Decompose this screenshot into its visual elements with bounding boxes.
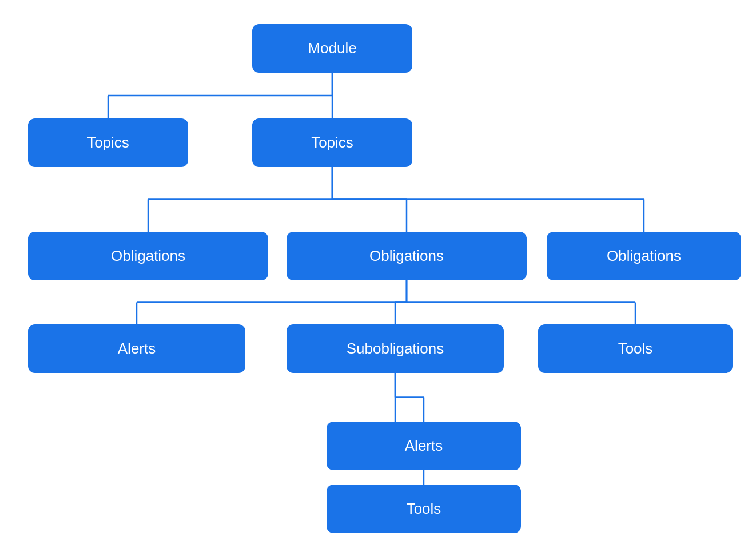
node-obligations3[interactable]: Obligations (547, 232, 741, 280)
node-topics2[interactable]: Topics (252, 118, 412, 167)
node-tools1[interactable]: Tools (538, 324, 733, 373)
node-obligations2[interactable]: Obligations (287, 232, 527, 280)
node-tools2[interactable]: Tools (327, 485, 521, 533)
node-alerts1[interactable]: Alerts (28, 324, 245, 373)
node-alerts2[interactable]: Alerts (327, 422, 521, 470)
node-module[interactable]: Module (252, 24, 412, 73)
node-obligations1[interactable]: Obligations (28, 232, 268, 280)
node-topics1[interactable]: Topics (28, 118, 188, 167)
node-subobligations[interactable]: Subobligations (287, 324, 504, 373)
tree-diagram: ModuleTopicsTopicsObligationsObligations… (12, 13, 744, 527)
